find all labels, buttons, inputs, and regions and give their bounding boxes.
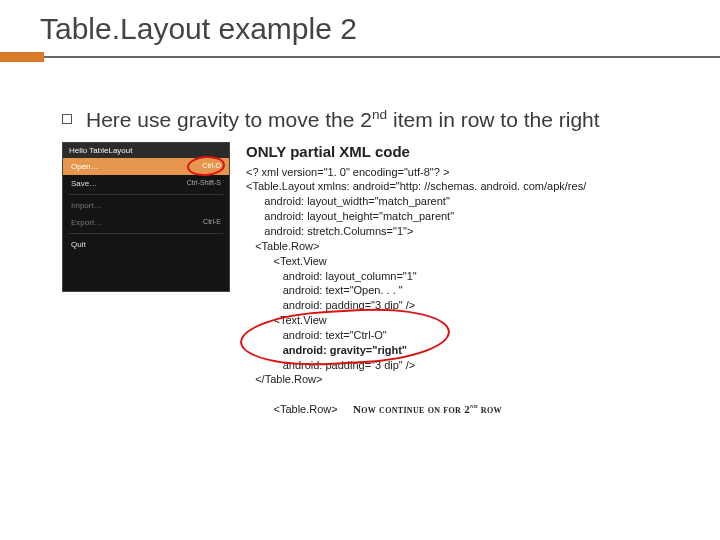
code-column: ONLY partial XML code <? xml version="1.… [246,142,720,431]
title-rule [0,52,720,62]
menu-item-label: Open… [71,162,99,171]
menu-item-quit: Quit [63,236,229,253]
bullet-item: Here use gravity to move the 2nd item in… [0,62,720,134]
code-line: android: layout_height="match_parent" [246,209,720,224]
code-line: <? xml version="1. 0" encoding="utf-8"? … [246,165,720,180]
code-line: <Text.View [246,313,720,328]
code-line: android: stretch.Columns="1"> [246,224,720,239]
bullet-marker-icon [62,114,72,124]
code-line: </Table.Row> [246,372,720,387]
android-menu-screenshot: Hello TableLayout Open… Ctrl-O Save… Ctr… [62,142,230,292]
menu-divider [69,194,223,195]
menu-item-label: Export… [71,218,102,227]
horizontal-rule [44,56,720,58]
code-line: <Text.View [246,254,720,269]
menu-item-save: Save… Ctrl-Shift-S [63,175,229,192]
code-line: android: padding="3 dip" /> [246,298,720,313]
code-line: <Table.Row> [246,239,720,254]
menu-item-export: Export… Ctrl-E [63,214,229,231]
code-line: android: layout_column="1" [246,269,720,284]
menu-item-label: Save… [71,179,97,188]
code-line: <Table.Layout xmlns: android="http: //sc… [246,179,720,194]
code-line: android: text="Open. . . " [246,283,720,298]
menu-item-import: Import… [63,197,229,214]
code-line-highlight: android: gravity="right" [246,343,720,358]
code-line-continue: <Table.Row> Now continue on for 2nd row [246,387,720,432]
code-line: android: layout_width="match_parent" [246,194,720,209]
code-heading: ONLY partial XML code [246,142,720,162]
menu-divider [69,233,223,234]
accent-bar [0,52,44,62]
menu-item-shortcut: Ctrl-Shift-S [187,179,221,188]
content-row: Hello TableLayout Open… Ctrl-O Save… Ctr… [0,134,720,431]
slide-title: Table.Layout example 2 [0,0,720,52]
bullet-text: Here use gravity to move the 2nd item in… [86,106,600,134]
menu-item-label: Quit [71,240,86,249]
menu-item-label: Import… [71,201,102,210]
code-line: android: text="Ctrl-O" [246,328,720,343]
menu-item-shortcut: Ctrl-E [203,218,221,227]
code-line: android: padding="3 dip" /> [246,358,720,373]
